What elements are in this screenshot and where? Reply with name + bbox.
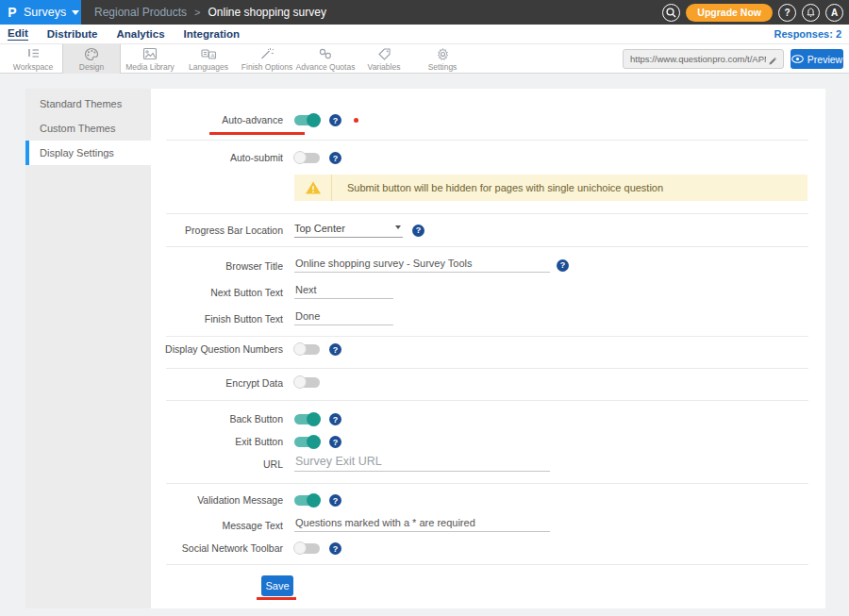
finish-button-text-label: Finish Button Text [151, 313, 283, 325]
nav-tab-distribute[interactable]: Distribute [47, 28, 98, 41]
exit-url-label: URL [151, 458, 283, 470]
save-button[interactable]: Save [261, 575, 293, 596]
toolbar-tab-settings[interactable]: Settings [413, 44, 472, 74]
chevron-down-icon [72, 10, 79, 15]
message-text-input[interactable] [294, 517, 550, 532]
toolbar-tab-design[interactable]: Design [62, 44, 121, 74]
breadcrumb-parent[interactable]: Regional Products [94, 6, 187, 19]
message-text-label: Message Text [151, 520, 283, 531]
account-avatar[interactable]: A [825, 4, 843, 22]
help-icon[interactable]: ? [557, 259, 569, 272]
toolbar-tab-languages[interactable]: A Languages [179, 44, 238, 74]
display-question-numbers-toggle[interactable] [294, 344, 320, 355]
message-text-control [294, 517, 550, 532]
nav-tab-edit[interactable]: Edit [8, 27, 28, 41]
surveys-menu[interactable]: Surveys [24, 6, 66, 19]
survey-url-field[interactable] [623, 49, 784, 69]
preview-button[interactable]: Preview [791, 49, 843, 69]
tag-icon [377, 47, 391, 61]
validation-message-toggle[interactable] [294, 495, 320, 506]
toolbar-tab-label: Variables [368, 62, 401, 72]
progress-bar-location-select[interactable]: Top Center [294, 223, 403, 238]
eye-icon [791, 55, 804, 63]
notifications-bell-icon[interactable] [802, 4, 820, 22]
auto-advance-toggle[interactable] [294, 115, 320, 125]
toolbar-tab-variables[interactable]: Variables [355, 44, 413, 74]
encrypt-data-toggle[interactable] [294, 377, 320, 388]
toolbar-tab-label: Finish Options [241, 62, 292, 72]
auto-submit-warning: Submit button will be hidden for pages w… [294, 175, 807, 201]
help-icon[interactable]: ? [329, 494, 341, 507]
divider [166, 336, 808, 337]
encrypt-data-control [294, 377, 320, 388]
themes-sidebar: Standard Themes Custom Themes Display Se… [25, 89, 151, 608]
upgrade-now-button[interactable]: Upgrade Now [686, 4, 773, 22]
top-bar: P Surveys Regional Products > Online sho… [0, 0, 849, 25]
sidebar-item-standard-themes[interactable]: Standard Themes [25, 92, 151, 116]
help-icon[interactable]: ? [412, 225, 424, 237]
magic-wand-icon [259, 47, 275, 61]
design-toolbar: Workspace Design Media Library A Languag… [0, 44, 849, 74]
help-icon[interactable]: ? [329, 152, 341, 164]
next-button-text-input[interactable] [294, 284, 393, 299]
chain-links-icon [318, 47, 333, 61]
chevron-down-icon [395, 225, 401, 229]
auto-submit-toggle[interactable] [294, 153, 320, 163]
help-icon[interactable]: ? [329, 542, 341, 555]
auto-advance-label: Auto-advance [151, 114, 283, 125]
app-window: P Surveys Regional Products > Online sho… [0, 0, 849, 616]
toolbar-tab-advance-quotas[interactable]: Advance Quotas [296, 44, 355, 74]
palette-icon [84, 47, 99, 61]
next-button-text-label: Next Button Text [151, 287, 283, 298]
next-button-text-control [294, 284, 393, 299]
toolbar-tab-media-library[interactable]: Media Library [121, 44, 179, 74]
help-circle-icon[interactable]: ? [778, 4, 796, 22]
sidebar-item-custom-themes[interactable]: Custom Themes [25, 116, 151, 141]
toolbar-tab-workspace[interactable]: Workspace [4, 44, 62, 74]
back-button-toggle[interactable] [294, 414, 320, 425]
help-icon[interactable]: ? [329, 413, 341, 425]
toolbar-tab-label: Settings [428, 62, 458, 72]
annotation-underline-auto-advance [209, 132, 305, 135]
divider [166, 564, 808, 565]
preview-label: Preview [807, 54, 842, 65]
brand-area[interactable]: P Surveys [0, 0, 81, 25]
edit-url-pencil-icon[interactable] [768, 53, 778, 70]
social-network-toolbar-toggle[interactable] [294, 543, 320, 554]
browser-title-input[interactable] [294, 258, 550, 273]
exit-button-toggle[interactable] [294, 437, 320, 447]
help-icon[interactable]: ? [329, 114, 341, 126]
warning-triangle-icon [294, 175, 332, 201]
image-icon [142, 47, 158, 61]
responses-count-link[interactable]: Responses: 2 [774, 28, 841, 40]
sidebar-item-display-settings[interactable]: Display Settings [25, 141, 151, 165]
nav-tab-analytics[interactable]: Analytics [116, 28, 164, 41]
search-icon[interactable] [662, 4, 680, 22]
exit-button-control: ? [294, 436, 341, 448]
nav-tab-integration[interactable]: Integration [184, 28, 240, 41]
browser-title-control: ? [294, 258, 569, 273]
divider [166, 400, 808, 401]
progress-bar-location-control: Top Center ? [294, 223, 424, 238]
toolbar-tab-finish-options[interactable]: Finish Options [238, 44, 296, 74]
finish-button-text-input[interactable] [294, 310, 393, 325]
social-network-toolbar-label: Social Network Toolbar [151, 542, 283, 554]
progress-bar-location-value: Top Center [294, 223, 345, 234]
auto-submit-control: ? [294, 152, 341, 164]
exit-button-label: Exit Button [151, 436, 283, 447]
breadcrumb: Regional Products > Online shopping surv… [94, 0, 326, 25]
display-question-numbers-label: Display Question Numbers [151, 343, 283, 355]
help-icon[interactable]: ? [329, 343, 341, 356]
validation-message-label: Validation Message [151, 494, 283, 506]
toolbar-tab-label: Languages [189, 62, 228, 72]
workspace-icon [26, 47, 41, 61]
help-icon[interactable]: ? [329, 436, 341, 448]
auto-submit-label: Auto-submit [151, 152, 283, 163]
divider [166, 368, 808, 369]
breadcrumb-current: Online shopping survey [208, 6, 326, 19]
exit-url-input[interactable] [294, 455, 550, 472]
topbar-actions: Upgrade Now ? A [662, 0, 843, 25]
breadcrumb-separator: > [194, 7, 200, 18]
divider [166, 213, 808, 214]
survey-nav: Edit Distribute Analytics Integration Re… [0, 25, 849, 44]
